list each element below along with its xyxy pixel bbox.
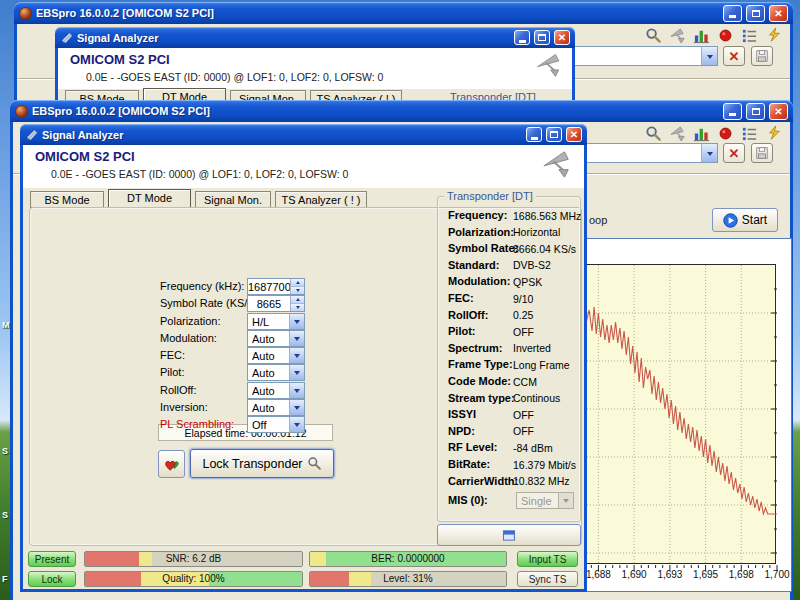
save-button[interactable] [751,46,773,66]
spin-down-icon[interactable] [291,286,304,294]
tab-ts-analyzer[interactable]: TS Analyzer ( ! ) [275,191,367,208]
chevron-down-icon[interactable] [289,331,304,346]
x-tick-label: 1,698 [729,569,754,580]
minimize-button[interactable] [723,103,742,120]
dialog-title-bar[interactable]: Signal Analyzer ✕ [55,27,575,48]
tpd-label-symbol-rate: Symbol Rate: [448,242,518,254]
tpd-label-frame-type: Frame Type: [448,358,513,370]
quality-bar: Quality: 100% [84,571,303,587]
symbol-rate-ks-s-spinner[interactable]: 8665 [247,295,305,312]
maximize-button[interactable] [546,127,562,142]
tpd-value-fec: 9/10 [513,293,533,305]
chevron-down-icon[interactable] [289,365,304,380]
tpd-value-issyi: OFF [513,409,534,421]
chevron-down-icon[interactable] [289,348,304,363]
form-label-fec: FEC: [160,349,185,361]
satellite-dish-icon [540,149,574,181]
favorite-heart-button[interactable] [158,450,185,478]
frequency-khz-spinner[interactable]: 1687700 [247,278,305,295]
tools-icon[interactable] [763,26,784,44]
ts-window-button[interactable] [437,524,581,546]
tpd-value-bitrate: 16.379 Mbit/s [513,459,576,471]
pilot-select[interactable]: Auto [247,364,305,381]
mis-select[interactable]: Single [516,492,574,509]
tpd-label-fec: FEC: [448,292,474,304]
spectrum-chart: 1,6881,6901,6931,6951,6981,700 [585,238,792,592]
tpd-label-issyi: ISSYI [448,408,476,420]
modulation-select[interactable]: Auto [247,330,305,347]
minimize-button[interactable] [723,5,742,22]
form-label-rolloff: RollOff: [160,384,196,396]
pilot-value: Auto [248,365,289,380]
present-badge[interactable]: Present [28,551,76,567]
play-icon [723,213,738,228]
record-icon[interactable] [715,124,736,142]
pl-scrambling-select[interactable]: Off [247,416,305,433]
sync-ts-badge[interactable]: Sync TS [517,571,578,587]
rolloff-select[interactable]: Auto [247,382,305,399]
ber-bar: BER: 0.0000000 [309,551,507,567]
tools-icon[interactable] [763,124,784,142]
details-icon[interactable] [739,26,760,44]
lock-transponder-button[interactable]: Lock Transponder [190,449,334,478]
device-info: 0.0E - -GOES EAST (ID: 0000) @ LOF1: 0, … [86,71,383,83]
spin-down-icon[interactable] [291,303,304,311]
delete-entry-button[interactable]: ✕ [723,46,745,66]
satellite-icon[interactable] [667,26,688,44]
polarization-select[interactable]: H/L [247,313,305,330]
inversion-value: Auto [248,400,289,415]
chevron-down-icon[interactable] [289,314,304,329]
save-button[interactable] [751,143,773,163]
desktop-icon-label-fragment: S [2,446,8,456]
chevron-down-icon[interactable] [289,383,304,398]
maximize-button[interactable] [534,30,550,45]
chevron-down-icon[interactable] [289,417,304,432]
search-icon[interactable] [643,26,664,44]
x-tick-label: 1,700 [764,569,789,580]
search-icon[interactable] [643,124,664,142]
close-button[interactable]: ✕ [554,30,570,45]
title-bar[interactable]: EBSpro 16.0.0.2 [OMICOM S2 PCI] ✕ [14,2,793,24]
satellite-icon[interactable] [667,124,688,142]
loop-label-fragment: oop [589,214,607,226]
fec-select[interactable]: Auto [247,347,305,364]
start-scan-button[interactable]: Start [712,208,778,232]
level-bar: Level: 31% [309,571,507,587]
inversion-select[interactable]: Auto [247,399,305,416]
mis-label: MIS (0): [448,494,488,506]
chevron-down-icon[interactable] [701,144,717,162]
bar-chart-icon[interactable] [691,124,712,142]
lock-badge[interactable]: Lock [28,571,76,587]
window-icon [501,529,517,542]
title-bar[interactable]: EBSpro 16.0.0.2 [OMICOM S2 PCI] ✕ [10,100,793,122]
delete-entry-button[interactable]: ✕ [723,143,745,163]
close-button[interactable]: ✕ [566,127,582,142]
tab-dt-mode[interactable]: DT Mode [108,189,191,208]
details-icon[interactable] [739,124,760,142]
tpd-label-rf-level: RF Level: [448,441,498,453]
chevron-down-icon [558,493,573,508]
floppy-icon [755,49,769,63]
chevron-down-icon[interactable] [289,400,304,415]
tpd-value-spectrum: Inverted [513,342,551,354]
input-ts-badge[interactable]: Input TS [517,551,578,567]
maximize-button[interactable] [746,103,765,120]
tab-signal-mon[interactable]: Signal Mon. [195,191,271,208]
close-button[interactable]: ✕ [769,5,788,22]
spin-up-icon[interactable] [291,296,304,303]
tab-bs-mode[interactable]: BS Mode [30,191,104,208]
minimize-button[interactable] [526,127,542,142]
tpd-label-code-mode: Code Mode: [448,375,511,387]
tpd-value-carrierwidth: 10.832 MHz [513,475,570,487]
chevron-down-icon[interactable] [701,47,717,65]
tpd-value-rolloff: 0.25 [513,309,533,321]
bar-text: SNR: 6.2 dB [85,552,302,566]
spin-up-icon[interactable] [291,279,304,286]
maximize-button[interactable] [746,5,765,22]
bar-chart-icon[interactable] [691,26,712,44]
close-button[interactable]: ✕ [769,103,788,120]
dialog-title-bar[interactable]: Signal Analyzer ✕ [20,124,587,145]
tpd-label-standard: Standard: [448,259,499,271]
minimize-button[interactable] [514,30,530,45]
record-icon[interactable] [715,26,736,44]
